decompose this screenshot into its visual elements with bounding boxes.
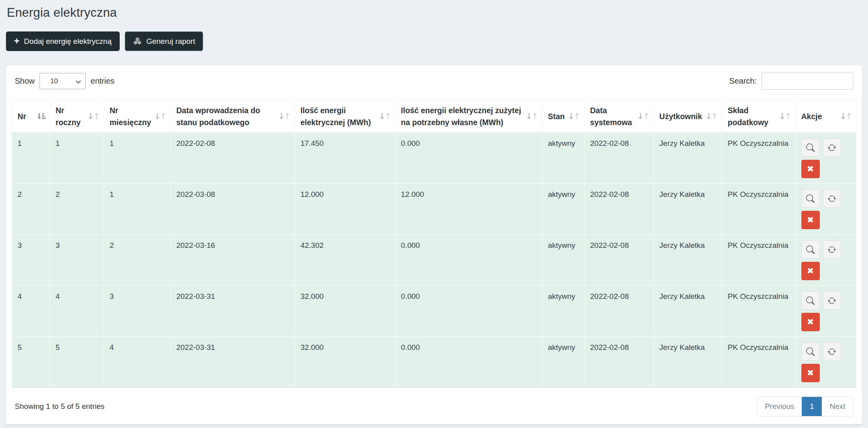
actions-cell: ✖: [795, 133, 856, 184]
refresh-icon: [828, 143, 836, 152]
generate-report-button-label: Generuj raport: [146, 37, 195, 46]
table-cell: 1: [104, 184, 170, 235]
delete-button[interactable]: ✖: [801, 364, 820, 382]
pagination-page-1[interactable]: 1: [802, 397, 822, 416]
table-cell: 1: [104, 133, 170, 184]
x-icon: ✖: [807, 369, 814, 377]
column-header-label: Skład podatkowy: [728, 106, 768, 127]
column-header-stan[interactable]: Stan↓↑: [542, 100, 584, 133]
table-cell: PK Oczyszczalnia: [722, 133, 795, 184]
table-cell: 32.000: [295, 337, 395, 388]
table-cell: 4: [50, 286, 104, 337]
entries-label: entries: [91, 77, 114, 86]
view-button[interactable]: [801, 240, 820, 259]
view-button[interactable]: [801, 342, 820, 361]
sort-both-icon: ↓↑: [840, 112, 852, 121]
x-icon: ✖: [807, 165, 814, 173]
delete-button[interactable]: ✖: [801, 160, 820, 178]
view-button[interactable]: [801, 138, 820, 157]
column-header-ilosc-energii-elektrycznej-mwh[interactable]: Ilość energii elektrycznej (MWh)↓↑: [295, 100, 395, 133]
refresh-button[interactable]: [823, 189, 841, 208]
table-cell: 12.000: [395, 184, 542, 235]
column-header-uzytkownik[interactable]: Użytkownik↓↑: [653, 100, 722, 133]
sort-both-icon: ↓↑: [525, 112, 538, 121]
table-cell: 2022-02-08: [584, 286, 654, 337]
table-cell: aktywny: [542, 133, 584, 184]
column-header-ilosc-energii-elektrycznej-zuzytej-na-potrzebny-w-asne-mwh[interactable]: Ilość energii elektrycznej zużytej na po…: [395, 100, 542, 133]
pagination: Previous 1 Next: [757, 397, 853, 416]
table-cell: 5: [12, 337, 50, 388]
table-cell: Jerzy Kaletka: [653, 235, 722, 286]
energy-table: NrNr roczny↓↑Nr miesięczny↓↑Data wprowad…: [12, 100, 856, 388]
table-cell: aktywny: [542, 235, 584, 286]
refresh-button[interactable]: [823, 138, 841, 157]
table-cell: 2022-02-08: [170, 133, 294, 184]
table-card: Show 10 entries Search: NrNr roczny↓↑Nr …: [6, 65, 862, 424]
page-length-control: Show 10 entries: [15, 73, 114, 89]
page-length-select-wrap: 10: [39, 73, 86, 89]
column-header-akcje[interactable]: Akcje↓↑: [795, 100, 856, 133]
energy-table-body: 1112022-02-0817.4500.000aktywny2022-02-0…: [12, 133, 856, 388]
sort-both-icon: ↓↑: [568, 112, 580, 121]
column-header-data-systemowa[interactable]: Data systemowa↓↑: [584, 100, 654, 133]
table-cell: aktywny: [542, 337, 584, 388]
search-input[interactable]: [761, 73, 853, 90]
x-icon: ✖: [807, 216, 814, 224]
magnifier-icon: [806, 194, 815, 203]
view-button[interactable]: [801, 189, 820, 208]
actions-cell: ✖: [795, 235, 856, 286]
add-energy-button[interactable]: + Dodaj energię elektryczną: [6, 31, 120, 51]
sort-both-icon: ↓↑: [278, 112, 291, 121]
refresh-icon: [828, 194, 836, 203]
row-actions: ✖: [801, 138, 843, 178]
generate-report-button[interactable]: Generuj raport: [125, 31, 203, 51]
column-header-label: Akcje: [801, 112, 822, 121]
row-actions: ✖: [801, 291, 843, 331]
table-cell: 2: [50, 184, 104, 235]
pagination-next[interactable]: Next: [822, 397, 853, 416]
refresh-button[interactable]: [823, 342, 841, 361]
column-header-label: Stan: [548, 112, 564, 121]
search-label: Search:: [729, 77, 757, 86]
view-button[interactable]: [801, 291, 820, 310]
sort-both-icon: ↓↑: [637, 112, 650, 121]
pagination-previous[interactable]: Previous: [757, 397, 802, 416]
delete-button[interactable]: ✖: [801, 262, 820, 280]
refresh-button[interactable]: [823, 240, 841, 259]
table-cell: 4: [12, 286, 50, 337]
page-content: Energia elektryczna + Dodaj energię elek…: [0, 0, 868, 424]
table-cell: 2022-02-08: [584, 235, 654, 286]
column-header-label: Data wprowadzenia do stanu podatkowego: [176, 106, 260, 127]
refresh-icon: [828, 296, 836, 305]
sort-asc-icon: [37, 113, 46, 120]
refresh-button[interactable]: [823, 291, 841, 310]
table-cell: 2022-03-31: [170, 337, 294, 388]
actions-cell: ✖: [795, 286, 856, 337]
column-header-label: Ilość energii elektrycznej zużytej na po…: [401, 106, 521, 127]
delete-button[interactable]: ✖: [801, 313, 820, 331]
refresh-icon: [828, 245, 836, 254]
sort-both-icon: ↓↑: [87, 112, 100, 121]
plus-icon: +: [14, 36, 20, 46]
x-icon: ✖: [807, 267, 814, 275]
table-cell: Jerzy Kaletka: [653, 184, 722, 235]
column-header-sk-ad-podatkowy[interactable]: Skład podatkowy↓↑: [722, 100, 795, 133]
table-cell: 0.000: [395, 235, 542, 286]
column-header-nr-miesieczny[interactable]: Nr miesięczny↓↑: [104, 100, 170, 133]
x-icon: ✖: [807, 318, 814, 326]
table-row: 4432022-03-3132.0000.000aktywny2022-02-0…: [12, 286, 856, 337]
magnifier-icon: [806, 143, 815, 152]
table-cell: 42.302: [295, 235, 395, 286]
entries-info: Showing 1 to 5 of 5 entries: [15, 402, 105, 411]
delete-button[interactable]: ✖: [801, 211, 820, 229]
show-label: Show: [15, 77, 35, 86]
column-header-nr[interactable]: Nr: [12, 100, 50, 133]
table-cell: Jerzy Kaletka: [653, 133, 722, 184]
column-header-data-wprowadzenia-do-stanu-podatkowego[interactable]: Data wprowadzenia do stanu podatkowego↓↑: [170, 100, 294, 133]
table-cell: 0.000: [395, 337, 542, 388]
column-header-nr-roczny[interactable]: Nr roczny↓↑: [50, 100, 104, 133]
table-cell: PK Oczyszczalnia: [722, 235, 795, 286]
table-cell: 2022-03-08: [170, 184, 294, 235]
table-cell: 32.000: [295, 286, 395, 337]
page-length-select[interactable]: 10: [39, 73, 86, 89]
